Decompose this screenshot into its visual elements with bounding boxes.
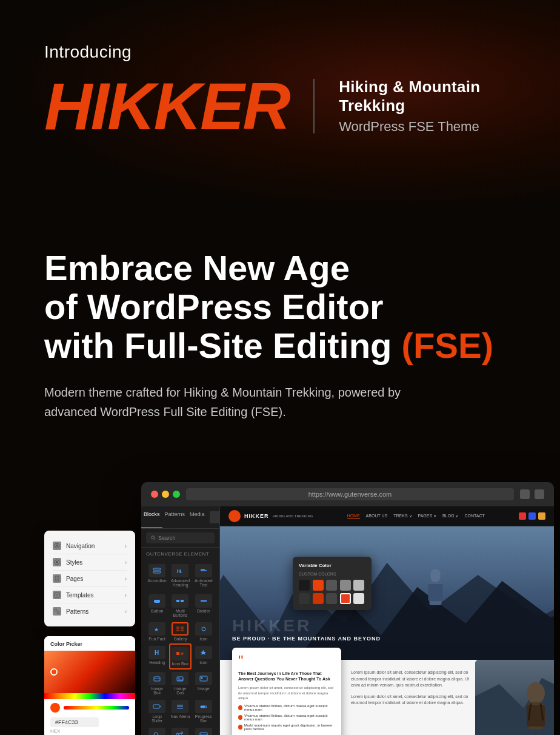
svg-rect-75 [428, 584, 443, 601]
block-gallery[interactable]: Gallery [169, 620, 191, 643]
site-nav-pages[interactable]: PAGES ∨ [418, 514, 437, 519]
svg-rect-42 [153, 705, 159, 708]
color-hex-row: #FF4C33 HEX [44, 715, 135, 735]
site-nav-about[interactable]: ABOUT US [366, 514, 388, 519]
site-nav-home[interactable]: HOME [347, 514, 360, 519]
svg-rect-35 [154, 677, 160, 681]
block-advanced-heading[interactable]: H1 Advanced Heading [169, 562, 191, 589]
browser-url-bar[interactable]: https://www.gutenverse.com [186, 488, 514, 500]
svg-rect-21 [176, 600, 179, 602]
block-accordion[interactable]: Accordion [146, 562, 168, 589]
block-animated-text[interactable]: Animated Text [193, 562, 215, 589]
tab-blocks[interactable]: Blocks [141, 506, 162, 528]
nav-item-styles[interactable]: Styles › [53, 554, 127, 571]
quote-card: " The Best Journeys In Life Are Those Th… [232, 648, 341, 735]
social-icon-3[interactable] [538, 512, 545, 520]
block-icon[interactable]: Icon [193, 620, 215, 643]
wp-site-preview: HIKKER HIKING AND TREKKING HOME ABOUT US… [220, 506, 554, 735]
mockup-container: Navigation › Styles › [44, 482, 560, 735]
block-label-advanced-heading: Advanced Heading [170, 579, 190, 587]
swatch-black[interactable] [299, 580, 310, 591]
site-nav-treks[interactable]: TREKS ∨ [393, 514, 412, 519]
block-image-box[interactable]: Image Dos [169, 670, 191, 697]
svg-rect-28 [181, 629, 184, 631]
svg-rect-48 [201, 706, 205, 708]
nav-item-pages[interactable]: Pages › [53, 571, 127, 587]
browser-menu-icon[interactable] [535, 489, 544, 499]
site-nav-contact[interactable]: CONTACT [465, 514, 485, 519]
social-icon-2[interactable] [528, 512, 536, 520]
swatch-red[interactable] [313, 593, 324, 604]
wp-search-bar[interactable]: Search [146, 532, 215, 543]
swatch-dark[interactable] [299, 593, 310, 604]
block-icon2[interactable]: Icon [193, 643, 215, 670]
svg-rect-14 [153, 568, 161, 570]
color-slider-bar[interactable] [64, 706, 129, 710]
browser-bookmark-icon[interactable] [520, 489, 530, 499]
block-icon-icon [195, 622, 212, 636]
quote-text: The Best Journeys In Life Are Those That… [238, 671, 335, 682]
tab-patterns[interactable]: Patterns [162, 506, 188, 528]
block-label-icon2: Icon [199, 660, 207, 665]
block-search[interactable]: Search [146, 725, 168, 735]
site-nav-blog[interactable]: BLOG ∨ [442, 514, 458, 519]
swatch-white[interactable] [353, 593, 364, 604]
svg-rect-25 [176, 626, 179, 629]
quote-check-3: Morbi maximum mauris eget groot dignissi… [238, 723, 335, 731]
block-icon-animated-text [195, 564, 212, 577]
svg-rect-22 [181, 600, 184, 602]
browser-dot-maximize[interactable] [173, 491, 180, 498]
browser-dot-close[interactable] [151, 491, 158, 498]
headline-line2: of WordPress Editor [44, 287, 384, 326]
block-icon-box[interactable]: Icon Box [169, 643, 191, 670]
nav-arrow-patterns: › [125, 608, 127, 615]
check-icon-1 [238, 705, 242, 710]
site-hero-area: HIKKER BE PROUD · BE THE MOUNTAINS AND B… [220, 526, 554, 660]
block-heading[interactable]: H Heading [146, 643, 168, 670]
block-label-progress-bar: Progress Bar [194, 714, 213, 723]
swatch-gray[interactable] [340, 580, 351, 591]
nav-item-navigation[interactable]: Navigation › [53, 538, 127, 554]
nav-item-templates[interactable]: Templates › [53, 587, 127, 603]
nav-label-pages: Pages [66, 576, 83, 582]
block-icon-search [148, 728, 165, 735]
block-multi-buttons[interactable]: Multi Buttons [169, 592, 191, 620]
introducing-text: Introducing [44, 42, 516, 62]
block-icon-divider [195, 594, 212, 608]
social-icon-1[interactable] [519, 512, 526, 520]
block-button[interactable]: Button [146, 592, 168, 620]
block-social-icons[interactable]: Social Icons [169, 725, 191, 735]
block-loop-slider[interactable]: Loop Slider [146, 697, 168, 725]
nav-label-navigation: Navigation [66, 543, 95, 549]
block-icon-social-icons [172, 728, 188, 735]
swatch-gray-light[interactable] [353, 580, 364, 591]
nav-arrow-navigation: › [125, 543, 127, 549]
block-social-sheet[interactable]: Social Sheet [193, 725, 215, 735]
site-nav: HOME ABOUT US TREKS ∨ PAGES ∨ BLOG ∨ CON… [347, 514, 485, 519]
swatch-mid[interactable] [326, 593, 337, 604]
tab-media[interactable]: Media [187, 506, 207, 528]
wp-search-area: Search [141, 529, 219, 548]
browser-dot-minimize[interactable] [162, 491, 169, 498]
swatch-orange-selected[interactable] [340, 593, 351, 604]
block-fun-fact[interactable]: ★ Fun Fact [146, 620, 168, 643]
color-gradient-area[interactable] [44, 651, 135, 693]
color-handle[interactable] [50, 668, 58, 676]
block-label-nav-menu: Nav Menu [171, 714, 190, 719]
block-nav-menu[interactable]: Nav Menu [169, 697, 191, 725]
block-icon3[interactable]: Image Box [146, 670, 168, 697]
swatch-gray-dark[interactable] [326, 580, 337, 591]
hero-big-text: HIKKER [232, 616, 542, 636]
color-spectrum[interactable] [44, 693, 135, 699]
pages-icon [53, 574, 61, 583]
block-divider[interactable]: Divider [193, 592, 215, 620]
block-label-fun-fact: Fun Fact [148, 637, 165, 641]
color-swatches-row2 [299, 593, 365, 604]
block-icon-loop-slider [148, 700, 165, 713]
color-hex-input[interactable]: #FF4C33 [50, 717, 99, 727]
block-image[interactable]: Image [193, 670, 215, 697]
brand-subtitle: WordPress FSE Theme [339, 119, 516, 135]
swatch-orange[interactable] [313, 580, 324, 591]
nav-item-patterns[interactable]: Patterns › [53, 603, 127, 619]
block-progress-bar[interactable]: Progress Bar [193, 697, 215, 725]
